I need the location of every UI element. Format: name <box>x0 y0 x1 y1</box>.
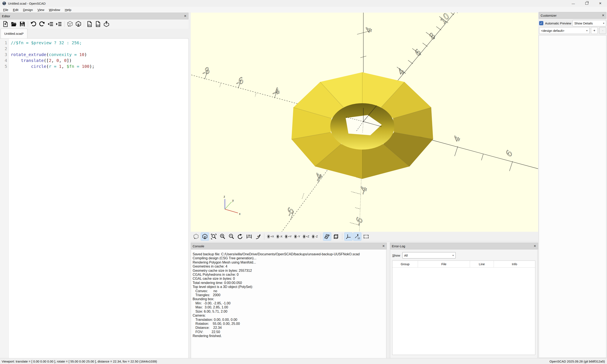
console-line: Translation: 0.00, 0.00, 0.00 <box>193 318 386 322</box>
preview-button[interactable]: » <box>66 20 74 28</box>
svg-text:»: » <box>68 25 69 27</box>
menu-help[interactable]: Help <box>62 7 74 13</box>
view-plus-y-button[interactable]: +Y <box>284 232 292 241</box>
svg-text:-6: -6 <box>234 76 245 88</box>
errorlog-table-header: Group File Line Info <box>393 261 535 268</box>
errorlog-close-icon[interactable]: ✕ <box>533 244 536 248</box>
measure-distance-button[interactable]: 10 <box>245 232 253 241</box>
show-details-select[interactable]: Show Details ▾ <box>572 20 606 26</box>
code-line[interactable] <box>11 46 94 52</box>
show-axes-button[interactable] <box>344 232 353 241</box>
reset-view-icon <box>237 234 243 239</box>
svg-text:4: 4 <box>396 67 406 77</box>
errorlog-table[interactable]: Group File Line Info <box>392 260 535 355</box>
open-file-button[interactable] <box>10 20 18 28</box>
view-minus-y-button[interactable]: -Y <box>293 232 301 241</box>
redo-button[interactable] <box>38 20 46 28</box>
unindent-button[interactable] <box>46 20 54 28</box>
send-to-printer-button[interactable] <box>102 20 111 28</box>
show-scale-markers-button[interactable]: 10 <box>353 232 361 241</box>
3d-viewport[interactable]: 42468101246-8-6-4-4-6-4-6 <box>191 13 538 232</box>
column-line[interactable]: Line <box>470 261 494 267</box>
perspective-icon <box>324 234 330 239</box>
code-editor[interactable]: 12345 //$fn = $preview ? 32 : 256;rotate… <box>0 39 188 358</box>
render-button[interactable] <box>74 20 83 28</box>
menu-window[interactable]: Window <box>47 7 62 13</box>
zoom-in-button[interactable] <box>218 232 227 241</box>
minus-icon: - <box>602 28 603 33</box>
view-plus-z-button[interactable]: +Z <box>302 232 310 241</box>
zoom-out-button[interactable] <box>227 232 236 241</box>
minimize-button[interactable]: — <box>567 0 580 7</box>
svg-text:-8: -8 <box>200 65 211 78</box>
svg-text:6: 6 <box>412 48 423 58</box>
indent-button[interactable] <box>54 20 63 28</box>
column-info[interactable]: Info <box>494 261 535 267</box>
restore-button[interactable] <box>580 0 594 7</box>
svg-text:-6: -6 <box>354 216 365 227</box>
errorlog-dock-header[interactable]: Error-Log ✕ <box>390 243 538 249</box>
export-dxf-button[interactable]: DXF <box>94 20 102 28</box>
save-button[interactable] <box>18 20 26 28</box>
indicator-z-label: z <box>224 195 225 198</box>
menu-edit[interactable]: Edit <box>11 7 21 13</box>
vp-render-button[interactable] <box>201 232 209 241</box>
view-minus-z-button[interactable]: -Z <box>310 232 319 241</box>
view-plus-y-label: +Y <box>288 235 291 238</box>
code-line[interactable]: //$fn = $preview ? 32 : 256; <box>11 40 94 46</box>
svg-text:10: 10 <box>437 13 451 26</box>
code-line[interactable]: rotate_extrude(convexity = 10) <box>11 52 94 57</box>
menu-design[interactable]: Design <box>21 7 35 13</box>
editor-dock-header[interactable]: Editor ✕ <box>0 13 188 19</box>
menu-bar: FileEditDesignViewWindowHelp <box>0 7 607 13</box>
toolbar-separator <box>264 234 264 240</box>
new-file-button[interactable] <box>1 20 10 28</box>
customizer-dock-header[interactable]: Customizer ✕ <box>539 12 606 19</box>
automatic-preview-checkbox[interactable]: ✓ <box>539 21 543 25</box>
measure-angle-button[interactable]: 45 <box>254 232 262 241</box>
console-close-icon[interactable]: ✕ <box>382 244 385 248</box>
orientation-indicator: z y x <box>224 195 240 216</box>
menu-file[interactable]: File <box>1 7 11 13</box>
column-file[interactable]: File <box>418 261 470 267</box>
editor-close-icon[interactable]: ✕ <box>184 14 186 18</box>
view-minus-x-button[interactable]: -X <box>275 232 283 241</box>
console-line: Camera: <box>193 313 386 317</box>
svg-text:-4: -4 <box>270 86 281 98</box>
menu-view[interactable]: View <box>35 7 47 13</box>
customizer-close-icon[interactable]: ✕ <box>602 13 605 17</box>
restore-icon <box>585 2 588 5</box>
chevron-down-icon: ▾ <box>600 22 604 25</box>
view-plus-x-button[interactable]: +X <box>266 232 275 241</box>
undo-button[interactable] <box>29 20 38 28</box>
console-dock-header[interactable]: Console ✕ <box>191 243 387 249</box>
show-edges-button[interactable] <box>362 232 370 241</box>
console-line: Compiling design (CSG Tree generation)..… <box>193 256 386 260</box>
remove-preset-button[interactable]: - <box>599 27 606 34</box>
viewport-canvas: 42468101246-8-6-4-4-6-4-6 <box>191 13 538 232</box>
preview-icon: » <box>67 21 73 27</box>
view-plus-z-label: +Z <box>306 235 309 238</box>
zoom-all-button[interactable] <box>210 232 218 241</box>
reset-view-button[interactable] <box>236 232 244 241</box>
add-preset-button[interactable]: + <box>591 27 598 34</box>
line-number: 2 <box>0 46 7 52</box>
vp-preview-icon: » <box>193 234 199 239</box>
errorlog-filter-select[interactable]: All ▾ <box>402 252 456 259</box>
code-line[interactable]: translate([2, 0, 0]) <box>11 57 94 63</box>
code-line[interactable]: circle(r = 1, $fn = 100); <box>11 63 94 69</box>
view-plus-x-label: +X <box>270 235 274 238</box>
design-preset-select[interactable]: <design default> ▾ <box>539 27 590 34</box>
column-group[interactable]: Group <box>393 261 418 267</box>
perspective-button[interactable] <box>323 232 331 241</box>
customizer-parameters-area[interactable] <box>539 35 606 358</box>
console-output[interactable]: Saved backup file: C:/Users/willa/OneDri… <box>191 250 386 358</box>
orthographic-button[interactable] <box>332 232 340 241</box>
export-dxf-icon: DXF <box>95 21 101 27</box>
code-text[interactable]: //$fn = $preview ? 32 : 256;rotate_extru… <box>9 39 94 358</box>
vp-preview-button[interactable]: » <box>192 232 200 241</box>
export-stl-button[interactable]: STL <box>85 20 94 28</box>
tab-untitled[interactable]: Untitled.scad* <box>1 29 27 38</box>
close-button[interactable]: ✕ <box>594 0 607 7</box>
torus-model[interactable] <box>291 72 433 179</box>
